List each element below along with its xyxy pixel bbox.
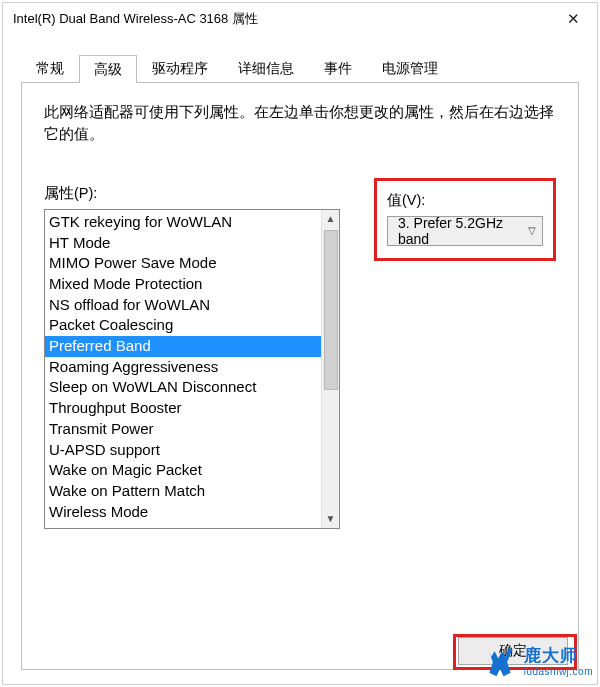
tab-power[interactable]: 电源管理 [367, 55, 453, 82]
list-item[interactable]: Transmit Power [45, 419, 321, 440]
columns: 属性(P): GTK rekeying for WoWLANHT ModeMIM… [44, 184, 556, 529]
advanced-panel: 此网络适配器可使用下列属性。在左边单击你想更改的属性，然后在右边选择它的值。 属… [21, 83, 579, 670]
titlebar: Intel(R) Dual Band Wireless-AC 3168 属性 ✕ [3, 3, 597, 35]
properties-dialog: Intel(R) Dual Band Wireless-AC 3168 属性 ✕… [2, 2, 598, 685]
close-icon: ✕ [567, 10, 580, 28]
list-item[interactable]: Mixed Mode Protection [45, 274, 321, 295]
value-selected-text: 3. Prefer 5.2GHz band [398, 215, 528, 247]
value-column: 值(V): 3. Prefer 5.2GHz band ▽ [374, 184, 556, 529]
list-item[interactable]: Roaming Aggressiveness [45, 357, 321, 378]
list-item[interactable]: GTK rekeying for WoWLAN [45, 212, 321, 233]
property-column: 属性(P): GTK rekeying for WoWLANHT ModeMIM… [44, 184, 340, 529]
listbox-scrollbar[interactable]: ▲ ▼ [321, 210, 339, 528]
list-item[interactable]: MIMO Power Save Mode [45, 253, 321, 274]
tab-driver[interactable]: 驱动程序 [137, 55, 223, 82]
list-item[interactable]: Wireless Mode [45, 502, 321, 523]
ok-highlight-annotation: 确定 [453, 634, 577, 670]
value-highlight-annotation: 值(V): 3. Prefer 5.2GHz band ▽ [374, 178, 556, 261]
dialog-button-bar: 确定 [453, 634, 577, 670]
value-combobox[interactable]: 3. Prefer 5.2GHz band ▽ [387, 216, 543, 246]
list-item[interactable]: U-APSD support [45, 440, 321, 461]
list-item[interactable]: Wake on Magic Packet [45, 460, 321, 481]
window-title: Intel(R) Dual Band Wireless-AC 3168 属性 [13, 10, 551, 28]
ok-button[interactable]: 确定 [458, 637, 568, 665]
tab-details[interactable]: 详细信息 [223, 55, 309, 82]
list-item[interactable]: Preferred Band [45, 336, 321, 357]
panel-description: 此网络适配器可使用下列属性。在左边单击你想更改的属性，然后在右边选择它的值。 [44, 101, 556, 146]
tab-events[interactable]: 事件 [309, 55, 367, 82]
tab-advanced[interactable]: 高级 [79, 55, 137, 83]
property-listbox[interactable]: GTK rekeying for WoWLANHT ModeMIMO Power… [44, 209, 340, 529]
scroll-up-arrow-icon[interactable]: ▲ [322, 210, 339, 228]
scroll-thumb[interactable] [324, 230, 338, 390]
ok-button-label: 确定 [499, 642, 527, 660]
close-button[interactable]: ✕ [551, 4, 595, 34]
tab-general[interactable]: 常规 [21, 55, 79, 82]
list-item[interactable]: Sleep on WoWLAN Disconnect [45, 377, 321, 398]
list-item[interactable]: Packet Coalescing [45, 315, 321, 336]
list-item[interactable]: NS offload for WoWLAN [45, 295, 321, 316]
tab-strip: 常规 高级 驱动程序 详细信息 事件 电源管理 [21, 53, 579, 83]
chevron-down-icon: ▽ [528, 225, 536, 236]
property-label: 属性(P): [44, 184, 340, 203]
scroll-down-arrow-icon[interactable]: ▼ [322, 510, 339, 528]
value-label: 值(V): [387, 191, 543, 210]
property-list-inner: GTK rekeying for WoWLANHT ModeMIMO Power… [45, 210, 321, 528]
list-item[interactable]: Throughput Booster [45, 398, 321, 419]
list-item[interactable]: Wake on Pattern Match [45, 481, 321, 502]
list-item[interactable]: HT Mode [45, 233, 321, 254]
